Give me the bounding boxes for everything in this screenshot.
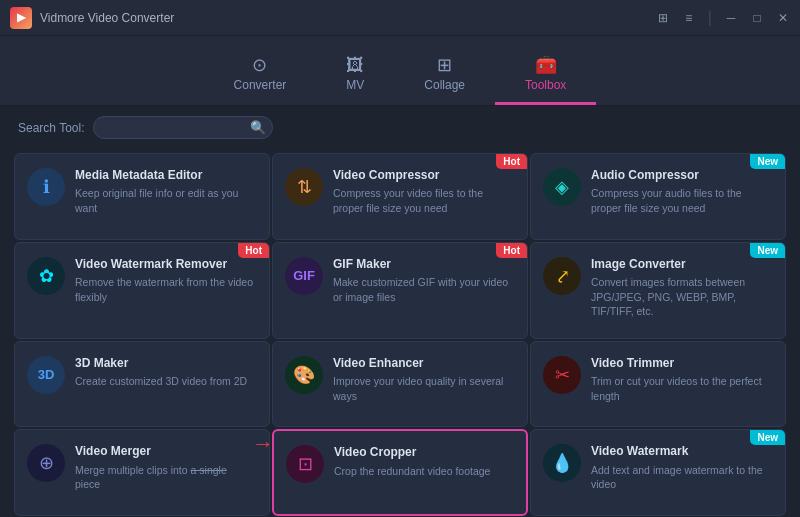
tool-card-video-compressor[interactable]: Hot⇅Video CompressorCompress your video … <box>272 153 528 240</box>
tool-desc-video-watermark-remover: Remove the watermark from the video flex… <box>75 275 257 304</box>
tool-card-video-cropper[interactable]: ⊡Video CropperCrop the redundant video f… <box>272 429 528 516</box>
tool-text-video-watermark-remover: Video Watermark RemoverRemove the waterm… <box>75 257 257 305</box>
collage-icon: ⊞ <box>437 56 452 74</box>
tool-text-3d-maker: 3D MakerCreate customized 3D video from … <box>75 356 257 389</box>
tab-mv[interactable]: 🖼 MV <box>316 48 394 105</box>
tool-icon-3d-maker: 3D <box>27 356 65 394</box>
tool-name-3d-maker: 3D Maker <box>75 356 257 370</box>
tool-desc-video-cropper: Crop the redundant video footage <box>334 464 514 479</box>
search-input[interactable] <box>104 121 244 135</box>
tool-desc-video-merger: Merge multiple clips into a singlepiece <box>75 463 257 492</box>
tool-name-video-merger: Video Merger <box>75 444 257 458</box>
tool-card-gif-maker[interactable]: HotGIFGIF MakerMake customized GIF with … <box>272 242 528 339</box>
tool-name-video-compressor: Video Compressor <box>333 168 515 182</box>
search-label: Search Tool: <box>18 121 85 135</box>
tool-text-image-converter: Image ConverterConvert images formats be… <box>591 257 773 319</box>
app-title: Vidmore Video Converter <box>40 11 174 25</box>
tool-text-video-trimmer: Video TrimmerTrim or cut your videos to … <box>591 356 773 404</box>
minimize-button[interactable]: ─ <box>724 11 738 25</box>
toolbox-icon: 🧰 <box>535 56 557 74</box>
tool-name-audio-compressor: Audio Compressor <box>591 168 773 182</box>
tool-icon-video-merger: ⊕ <box>27 444 65 482</box>
mv-icon: 🖼 <box>346 56 364 74</box>
tool-text-video-cropper: Video CropperCrop the redundant video fo… <box>334 445 514 478</box>
tab-toolbox[interactable]: 🧰 Toolbox <box>495 48 596 105</box>
tool-text-video-merger: Video MergerMerge multiple clips into a … <box>75 444 257 492</box>
tool-desc-3d-maker: Create customized 3D video from 2D <box>75 374 257 389</box>
badge-video-watermark-remover: Hot <box>238 243 269 258</box>
tool-desc-video-watermark: Add text and image watermark to the vide… <box>591 463 773 492</box>
tool-desc-image-converter: Convert images formats between JPG/JPEG,… <box>591 275 773 319</box>
converter-icon: ⊙ <box>252 56 267 74</box>
search-input-wrap[interactable]: 🔍 <box>93 116 273 139</box>
tool-icon-gif-maker: GIF <box>285 257 323 295</box>
converter-label: Converter <box>234 78 287 92</box>
tool-icon-video-enhancer: 🎨 <box>285 356 323 394</box>
tool-card-video-watermark[interactable]: New💧Video WatermarkAdd text and image wa… <box>530 429 786 516</box>
tool-icon-audio-compressor: ◈ <box>543 168 581 206</box>
tool-name-video-watermark: Video Watermark <box>591 444 773 458</box>
title-bar-controls: ⊞ ≡ | ─ □ ✕ <box>656 9 790 27</box>
tool-desc-gif-maker: Make customized GIF with your video or i… <box>333 275 515 304</box>
tab-collage[interactable]: ⊞ Collage <box>394 48 495 105</box>
nav-bar: ⊙ Converter 🖼 MV ⊞ Collage 🧰 Toolbox <box>0 36 800 106</box>
tool-name-video-enhancer: Video Enhancer <box>333 356 515 370</box>
tool-text-video-enhancer: Video EnhancerImprove your video quality… <box>333 356 515 404</box>
badge-image-converter: New <box>750 243 785 258</box>
tool-icon-video-trimmer: ✂ <box>543 356 581 394</box>
app-logo: ▶ <box>10 7 32 29</box>
mv-label: MV <box>346 78 364 92</box>
tool-icon-video-watermark-remover: ✿ <box>27 257 65 295</box>
close-button[interactable]: ✕ <box>776 11 790 25</box>
grid-icon[interactable]: ⊞ <box>656 11 670 25</box>
tool-name-gif-maker: GIF Maker <box>333 257 515 271</box>
tool-desc-video-compressor: Compress your video files to the proper … <box>333 186 515 215</box>
tool-name-image-converter: Image Converter <box>591 257 773 271</box>
tool-card-3d-maker[interactable]: 3D3D MakerCreate customized 3D video fro… <box>14 341 270 428</box>
tool-text-audio-compressor: Audio CompressorCompress your audio file… <box>591 168 773 216</box>
tool-card-audio-compressor[interactable]: New◈Audio CompressorCompress your audio … <box>530 153 786 240</box>
tool-name-video-cropper: Video Cropper <box>334 445 514 459</box>
tool-name-video-trimmer: Video Trimmer <box>591 356 773 370</box>
tool-icon-media-metadata-editor: ℹ <box>27 168 65 206</box>
tools-grid: ℹMedia Metadata EditorKeep original file… <box>0 149 800 517</box>
tool-text-gif-maker: GIF MakerMake customized GIF with your v… <box>333 257 515 305</box>
tool-card-video-trimmer[interactable]: ✂Video TrimmerTrim or cut your videos to… <box>530 341 786 428</box>
tab-converter[interactable]: ⊙ Converter <box>204 48 317 105</box>
title-bar-left: ▶ Vidmore Video Converter <box>10 7 174 29</box>
badge-video-watermark: New <box>750 430 785 445</box>
tool-card-video-enhancer[interactable]: 🎨Video EnhancerImprove your video qualit… <box>272 341 528 428</box>
title-bar: ▶ Vidmore Video Converter ⊞ ≡ | ─ □ ✕ <box>0 0 800 36</box>
tool-icon-video-watermark: 💧 <box>543 444 581 482</box>
maximize-button[interactable]: □ <box>750 11 764 25</box>
tool-card-video-merger[interactable]: ⊕Video MergerMerge multiple clips into a… <box>14 429 270 516</box>
badge-audio-compressor: New <box>750 154 785 169</box>
search-icon[interactable]: 🔍 <box>250 120 266 135</box>
tool-desc-media-metadata-editor: Keep original file info or edit as you w… <box>75 186 257 215</box>
tool-icon-image-converter: ⤤ <box>543 257 581 295</box>
search-bar: Search Tool: 🔍 <box>0 106 800 149</box>
tool-icon-video-compressor: ⇅ <box>285 168 323 206</box>
menu-icon[interactable]: ≡ <box>682 11 696 25</box>
tool-text-video-compressor: Video CompressorCompress your video file… <box>333 168 515 216</box>
tool-text-media-metadata-editor: Media Metadata EditorKeep original file … <box>75 168 257 216</box>
tool-card-media-metadata-editor[interactable]: ℹMedia Metadata EditorKeep original file… <box>14 153 270 240</box>
arrow-indicator: → <box>252 431 274 457</box>
tool-desc-video-enhancer: Improve your video quality in several wa… <box>333 374 515 403</box>
badge-video-compressor: Hot <box>496 154 527 169</box>
tool-name-video-watermark-remover: Video Watermark Remover <box>75 257 257 271</box>
collage-label: Collage <box>424 78 465 92</box>
tool-desc-audio-compressor: Compress your audio files to the proper … <box>591 186 773 215</box>
tool-card-image-converter[interactable]: New⤤Image ConverterConvert images format… <box>530 242 786 339</box>
toolbox-label: Toolbox <box>525 78 566 92</box>
tool-icon-video-cropper: ⊡ <box>286 445 324 483</box>
tool-name-media-metadata-editor: Media Metadata Editor <box>75 168 257 182</box>
badge-gif-maker: Hot <box>496 243 527 258</box>
tool-card-video-watermark-remover[interactable]: Hot✿Video Watermark RemoverRemove the wa… <box>14 242 270 339</box>
tool-desc-video-trimmer: Trim or cut your videos to the perfect l… <box>591 374 773 403</box>
tool-text-video-watermark: Video WatermarkAdd text and image waterm… <box>591 444 773 492</box>
